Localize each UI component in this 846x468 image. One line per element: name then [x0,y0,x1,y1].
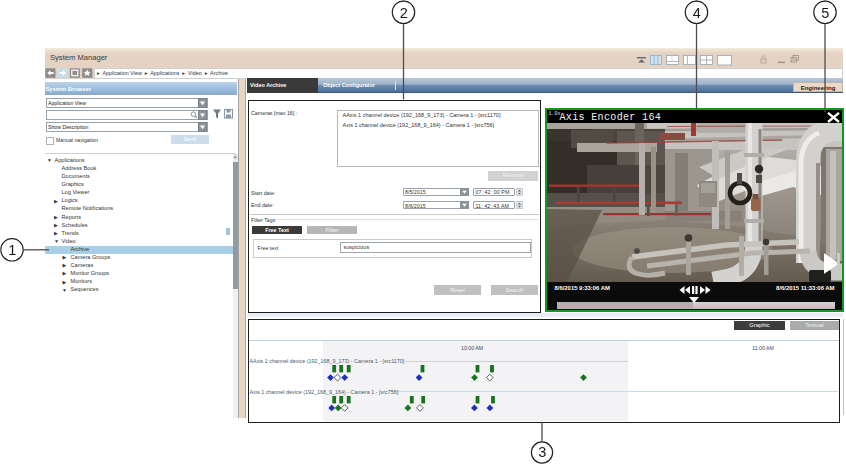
svg-text:1: 1 [8,242,16,258]
svg-text:5: 5 [821,5,829,21]
svg-text:3: 3 [538,444,546,460]
svg-text:2: 2 [400,5,408,21]
svg-text:4: 4 [693,5,701,21]
